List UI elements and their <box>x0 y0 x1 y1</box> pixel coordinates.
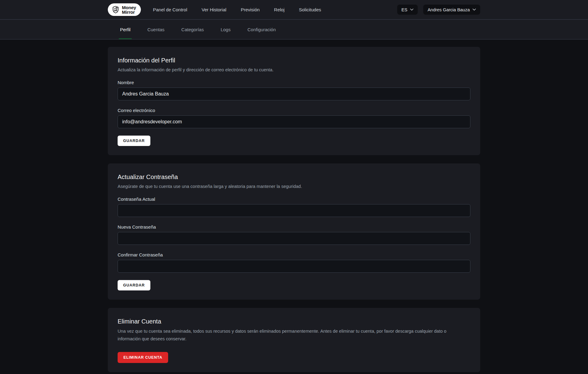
user-name-label: Andres Garcia Bauza <box>428 7 470 12</box>
nav-item-prevision[interactable]: Previsión <box>241 7 260 12</box>
name-label: Nombre <box>118 80 470 85</box>
confirm-password-label: Confirmar Contraseña <box>118 252 470 257</box>
email-input[interactable] <box>118 115 470 128</box>
card-title: Eliminar Cuenta <box>118 317 470 326</box>
profile-information-card: Información del Perfil Actualiza la info… <box>108 47 480 155</box>
delete-account-description: Una vez que tu cuenta sea eliminada, tod… <box>118 327 470 343</box>
save-password-button[interactable]: GUARDAR <box>118 280 150 290</box>
delete-account-card: Eliminar Cuenta Una vez que tu cuenta se… <box>108 308 480 372</box>
tab-perfil[interactable]: Perfil <box>119 20 132 39</box>
current-password-input[interactable] <box>118 204 470 217</box>
save-profile-button[interactable]: GUARDAR <box>118 136 150 146</box>
nav-item-reloj[interactable]: Reloj <box>274 7 285 12</box>
update-password-card: Actualizar Contraseña Asegúrate de que t… <box>108 163 480 300</box>
main-nav: Money Mirror Panel de Control Ver Histor… <box>0 0 588 20</box>
chevron-down-icon <box>410 9 413 11</box>
email-label: Correo electrónico <box>118 108 470 113</box>
card-subtitle: Actualiza la información de perfil y dir… <box>118 66 470 73</box>
card-title: Información del Perfil <box>118 56 470 65</box>
new-password-input[interactable] <box>118 232 470 245</box>
card-title: Actualizar Contraseña <box>118 173 470 181</box>
settings-subnav: Perfil Cuentas Categorías Logs Configura… <box>0 20 588 39</box>
nav-item-solicitudes[interactable]: Solicitudes <box>299 7 321 12</box>
user-menu-dropdown[interactable]: Andres Garcia Bauza <box>423 5 480 15</box>
nav-item-panel-de-control[interactable]: Panel de Control <box>153 7 187 12</box>
tab-cuentas[interactable]: Cuentas <box>146 20 166 39</box>
language-dropdown[interactable]: ES <box>397 5 418 15</box>
primary-navigation: Panel de Control Ver Historial Previsión… <box>153 7 321 12</box>
tab-logs[interactable]: Logs <box>219 20 232 39</box>
brand-name: Money Mirror <box>122 5 136 14</box>
chevron-down-icon <box>473 9 476 11</box>
delete-account-button[interactable]: ELIMINAR CUENTA <box>118 352 168 363</box>
shield-chart-icon <box>111 6 120 14</box>
tab-configuracion[interactable]: Configuración <box>246 20 277 39</box>
nav-item-ver-historial[interactable]: Ver Historial <box>202 7 226 12</box>
profile-settings-page: Información del Perfil Actualiza la info… <box>98 47 490 372</box>
name-input[interactable] <box>118 88 470 100</box>
new-password-label: Nueva Contraseña <box>118 224 470 230</box>
current-password-label: Contraseña Actual <box>118 196 470 202</box>
tab-categorias[interactable]: Categorías <box>180 20 205 39</box>
confirm-password-input[interactable] <box>118 260 470 273</box>
language-label: ES <box>401 7 407 12</box>
brand-logo[interactable]: Money Mirror <box>108 3 141 16</box>
card-subtitle: Asegúrate de que tu cuenta use una contr… <box>118 183 470 190</box>
